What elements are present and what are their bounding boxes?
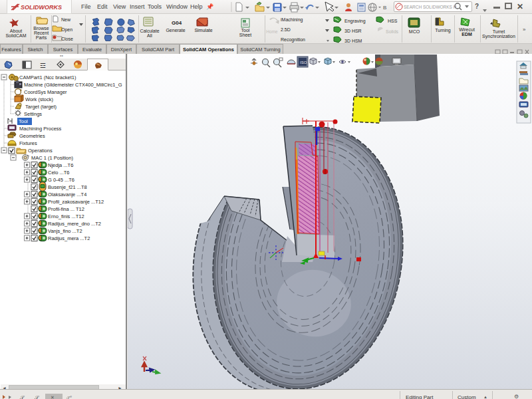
svg-text:✕: ✕ — [51, 395, 55, 399]
svg-text:Profil-fina ... T12: Profil-fina ... T12 — [48, 206, 84, 212]
svg-text:»: » — [523, 27, 526, 33]
svg-text:Busenje_f21 ...T8: Busenje_f21 ...T8 — [48, 184, 87, 190]
svg-text:MAC 1 (1 Position): MAC 1 (1 Position) — [31, 155, 73, 161]
svg-text:Machining Process: Machining Process — [19, 126, 62, 132]
svg-text:Celo ...T6: Celo ...T6 — [48, 170, 70, 176]
svg-text:𝒮: 𝒮 — [35, 395, 39, 399]
svg-text:SOLIDWORKS: SOLIDWORKS — [21, 4, 62, 11]
svg-text:SEARCH SOLIDWORKS H...: SEARCH SOLIDWORKS H... — [404, 5, 460, 9]
svg-text:G 0-45 ...T6: G 0-45 ...T6 — [48, 177, 74, 183]
svg-text:Erno_finis ...T12: Erno_finis ...T12 — [48, 213, 84, 219]
svg-text:G04: G04 — [172, 20, 182, 26]
svg-text:ISO: ISO — [300, 61, 307, 65]
svg-text:☲: ☲ — [40, 62, 46, 69]
svg-text:Fixtures: Fixtures — [19, 140, 37, 146]
svg-text:CAMPart1 (Ncc bracket1): CAMPart1 (Ncc bracket1) — [19, 74, 76, 80]
svg-text:Machine (Gildemeister CTX400_M: Machine (Gildemeister CTX400_MillCirc1_G — [24, 82, 122, 88]
svg-text:Vanjs_fino ...T2: Vanjs_fino ...T2 — [48, 228, 82, 234]
svg-text:𝒮: 𝒮 — [20, 395, 25, 399]
svg-text:Olaksavanje ...T4: Olaksavanje ...T4 — [48, 192, 86, 198]
svg-text:Tool: Tool — [19, 118, 28, 124]
svg-text:Profil_zakosavanje ...T12: Profil_zakosavanje ...T12 — [48, 199, 104, 205]
svg-text:B: B — [383, 5, 386, 11]
svg-text:CoordSys Manager: CoordSys Manager — [24, 89, 67, 95]
svg-text:Radijus_mere_dno ...T2: Radijus_mere_dno ...T2 — [48, 221, 101, 227]
svg-text:Operations: Operations — [28, 148, 53, 154]
svg-text:Radijus_mera ...T2: Radijus_mera ...T2 — [48, 235, 90, 241]
svg-text:Njedja ...T6: Njedja ...T6 — [48, 162, 73, 168]
svg-text:Target (target): Target (target) — [25, 104, 57, 110]
svg-text:𝒯º: 𝒯º — [66, 395, 72, 399]
svg-text:Geometries: Geometries — [19, 133, 45, 139]
svg-text:Settings: Settings — [24, 111, 42, 117]
svg-text:Work (stock): Work (stock) — [25, 96, 53, 102]
